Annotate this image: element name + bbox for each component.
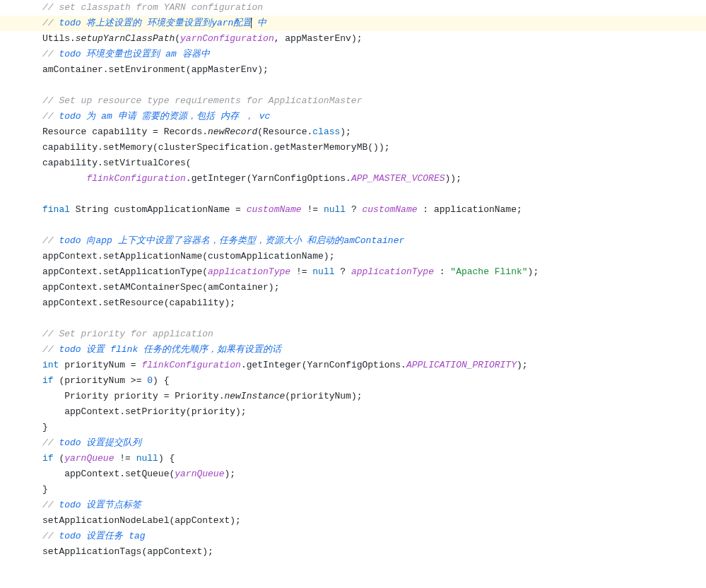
code-line: Resource capability = Records.newRecord(…: [42, 124, 622, 140]
code-text: }: [42, 484, 48, 495]
code-keyword: class: [312, 127, 340, 137]
code-text: (Resource.: [257, 127, 312, 137]
code-line: [42, 78, 622, 93]
comment-text: //: [42, 18, 59, 28]
code-text: ?: [346, 204, 362, 215]
code-line: // Set priority for application: [42, 327, 622, 342]
comment-text: // set classpath from YARN configuration: [42, 2, 263, 13]
code-line: int priorityNum = flinkConfiguration.get…: [42, 358, 622, 373]
code-text: setApplicationTags(appContext);: [42, 546, 213, 557]
code-line: Priority priority = Priority.newInstance…: [42, 389, 622, 404]
code-text: .getInteger(YarnConfigOptions.: [186, 173, 351, 184]
comment-text: //: [42, 49, 59, 59]
code-text: Priority priority = Priority.: [42, 391, 224, 401]
todo-comment: todo 设置 flink 任务的优先顺序，如果有设置的话: [59, 344, 281, 355]
code-text: :: [434, 266, 450, 277]
comment-text: // Set priority for application: [42, 329, 213, 339]
code-line: Utils.setupYarnClassPath(yarnConfigurati…: [42, 31, 622, 47]
todo-comment: todo 为 am 申请 需要的资源，包括 内存 ， vc: [59, 111, 270, 122]
code-text: appContext.setResource(capability);: [42, 298, 235, 308]
code-text: priorityNum =: [59, 360, 141, 370]
code-text: ));: [445, 173, 461, 184]
code-text: amContainer.setEnvironment(appMasterEnv)…: [42, 64, 269, 75]
code-text: setupYarnClassPath: [76, 33, 175, 44]
code-keyword: null: [136, 453, 158, 464]
code-line: // todo 环境变量也设置到 am 容器中: [42, 47, 622, 62]
code-line-highlighted: // todo 将上述设置的 环境变量设置到yarn配置 中: [0, 16, 706, 31]
code-text: !=: [302, 204, 324, 215]
todo-comment: todo 将上述设置的 环境变量设置到yarn配置: [59, 18, 252, 28]
code-line: appContext.setAMContainerSpec(amContaine…: [42, 280, 622, 295]
code-line: appContext.setPriority(priority);: [42, 404, 622, 420]
code-text: newRecord: [208, 127, 257, 137]
code-text: customName: [363, 204, 418, 215]
code-text: capability.setMemory(clusterSpecificatio…: [42, 142, 389, 153]
code-text: );: [224, 469, 235, 479]
code-keyword: final: [42, 204, 70, 215]
code-text: }: [42, 422, 48, 433]
code-text: (: [54, 453, 65, 464]
code-line: [42, 218, 622, 233]
code-text: yarnQueue: [64, 453, 114, 464]
code-line: capability.setVirtualCores(: [42, 155, 622, 171]
comment-text: // Set up resource type requirements for…: [42, 95, 362, 106]
code-text: customName: [247, 204, 302, 215]
code-line: // todo 向app 上下文中设置了容器名，任务类型，资源大小 和启动的am…: [42, 233, 622, 249]
code-keyword: null: [312, 266, 334, 277]
code-text: flinkConfiguration: [86, 173, 185, 184]
comment-text: //: [42, 531, 59, 541]
code-text: flinkConfiguration: [141, 360, 240, 370]
code-text: );: [528, 266, 539, 277]
code-text: !=: [114, 453, 136, 464]
code-text: appContext.setPriority(priority);: [42, 406, 247, 417]
code-text: (: [175, 33, 180, 44]
code-line: [42, 187, 622, 202]
code-line: amContainer.setEnvironment(appMasterEnv)…: [42, 62, 622, 78]
code-number: 0: [147, 375, 153, 386]
code-text: APPLICATION_PRIORITY: [406, 360, 517, 370]
code-line: setApplicationTags(appContext);: [42, 544, 622, 560]
code-line: if (priorityNum >= 0) {: [42, 373, 622, 389]
code-line: // todo 设置节点标签: [42, 498, 622, 513]
code-keyword: int: [42, 360, 59, 370]
code-text: ) {: [158, 453, 175, 464]
code-text: appContext.setApplicationName(customAppl…: [42, 251, 334, 261]
code-line: setApplicationNodeLabel(appContext);: [42, 513, 622, 529]
code-line: if (yarnQueue != null) {: [42, 451, 622, 466]
code-text: (priorityNum);: [285, 391, 362, 401]
code-line: }: [42, 420, 622, 435]
code-line: appContext.setApplicationType(applicatio…: [42, 264, 622, 280]
code-text: .getInteger(YarnConfigOptions.: [241, 360, 406, 370]
comment-text: //: [42, 500, 59, 510]
code-line: [42, 311, 622, 327]
code-keyword: if: [42, 453, 54, 464]
code-line: // todo 设置 flink 任务的优先顺序，如果有设置的话: [42, 342, 622, 358]
code-text: yarnConfiguration: [180, 33, 274, 44]
todo-comment: todo 设置节点标签: [59, 500, 141, 510]
code-line: }: [42, 482, 622, 498]
code-keyword: null: [324, 204, 346, 215]
code-text: : applicationName;: [418, 204, 522, 215]
code-text: APP_MASTER_VCORES: [351, 173, 445, 184]
code-line: // Set up resource type requirements for…: [42, 93, 622, 109]
code-text: yarnQueue: [175, 469, 224, 479]
todo-comment: todo 设置任务 tag: [59, 531, 145, 541]
code-text: Resource capability = Records.: [42, 127, 208, 137]
code-text: String customApplicationName =: [70, 204, 247, 215]
code-line: capability.setMemory(clusterSpecificatio…: [42, 140, 622, 155]
code-text: applicationType: [351, 266, 434, 277]
code-line: appContext.setResource(capability);: [42, 295, 622, 311]
code-text: (priorityNum >=: [54, 375, 148, 386]
code-text: applicationType: [208, 266, 290, 277]
code-keyword: if: [42, 375, 54, 386]
code-string: "Apache Flink": [450, 266, 527, 277]
comment-text: //: [42, 437, 59, 448]
code-line: // set classpath from YARN configuration: [42, 0, 622, 16]
code-text: !=: [290, 266, 312, 277]
code-line: // todo 设置提交队列: [42, 435, 622, 451]
code-line: flinkConfiguration.getInteger(YarnConfig…: [42, 171, 622, 187]
code-text: , appMasterEnv);: [274, 33, 363, 44]
comment-text: //: [42, 111, 59, 122]
todo-comment: todo 设置提交队列: [59, 437, 141, 448]
code-line: appContext.setQueue(yarnQueue);: [42, 466, 622, 482]
